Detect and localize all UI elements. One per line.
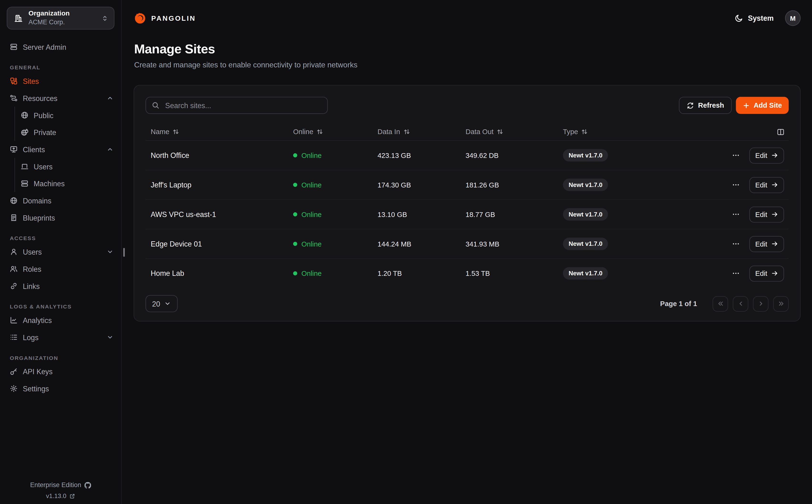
sidebar-subgroup: PublicPrivate	[15, 107, 121, 141]
sidebar-item-api-keys[interactable]: API Keys	[0, 363, 121, 380]
online-dot-icon	[293, 271, 297, 275]
prev-page-button[interactable]	[733, 296, 748, 311]
type-badge: Newt v1.7.0	[563, 267, 608, 280]
row-edit-button[interactable]: Edit	[749, 236, 784, 252]
chevron-right-icon	[757, 300, 764, 307]
row-more-button[interactable]	[731, 268, 741, 278]
sidebar-item-label: Public	[34, 111, 53, 119]
column-header-type[interactable]: Type	[563, 128, 789, 136]
sidebar-item-label: Users	[23, 248, 42, 256]
table-row: North OfficeOnline423.13 GB349.62 DBNewt…	[146, 141, 789, 170]
page-size-select[interactable]: 20	[146, 295, 178, 312]
table-toolbar: Refresh Add Site	[146, 97, 789, 114]
sidebar-item-blueprints[interactable]: Blueprints	[0, 209, 121, 226]
sidebar-footer: Enterprise Edition v1.13.0	[0, 481, 121, 499]
column-header-data-out[interactable]: Data Out	[466, 128, 563, 136]
row-more-button[interactable]	[731, 180, 741, 190]
globe-icon	[10, 197, 18, 205]
ellipsis-icon	[732, 151, 740, 160]
org-switcher-label: Organization	[29, 10, 96, 18]
avatar[interactable]: M	[785, 10, 801, 26]
sidebar-item-label: Links	[23, 282, 40, 290]
chevron-down-icon	[164, 300, 171, 307]
column-header-name[interactable]: Name	[146, 128, 293, 136]
sidebar-item-analytics[interactable]: Analytics	[0, 312, 121, 329]
link-icon	[10, 282, 18, 290]
monitor-up-icon	[10, 146, 18, 153]
site-name-cell: Jeff's Laptop	[146, 181, 293, 189]
row-edit-button[interactable]: Edit	[749, 206, 784, 222]
server-icon	[21, 180, 29, 187]
status-online: Online	[293, 240, 377, 248]
data-in-cell: 13.10 GB	[377, 211, 465, 218]
arrow-up-down-icon	[581, 128, 588, 135]
row-edit-button[interactable]: Edit	[749, 265, 784, 281]
sidebar-item-server-admin[interactable]: Server Admin	[0, 38, 121, 55]
sidebar-section-label: ORGANIZATION	[0, 355, 121, 361]
github-icon[interactable]	[84, 482, 91, 488]
topbar: PANGOLIN System M	[122, 0, 812, 36]
column-header-online[interactable]: Online	[293, 128, 377, 136]
sidebar-item-label: Logs	[23, 333, 39, 342]
arrow-up-down-icon	[403, 128, 410, 135]
site-status-cell: Online	[293, 181, 377, 189]
site-status-cell: Online	[293, 211, 377, 218]
row-edit-button[interactable]: Edit	[749, 177, 784, 193]
add-site-button[interactable]: Add Site	[736, 97, 789, 114]
type-badge: Newt v1.7.0	[563, 238, 608, 250]
site-status-cell: Online	[293, 151, 377, 159]
sidebar-item-label: Private	[34, 128, 56, 136]
search-input[interactable]	[164, 101, 322, 110]
table-row: Jeff's LaptopOnline174.30 GB181.26 GBNew…	[146, 170, 789, 200]
column-header-data-in[interactable]: Data In	[377, 128, 465, 136]
arrow-right-icon	[771, 240, 778, 247]
sidebar-subitem-machines[interactable]: Machines	[15, 175, 121, 192]
site-type-cell: Newt v1.7.0	[563, 208, 721, 221]
sidebar-item-users[interactable]: Users	[0, 243, 121, 261]
sidebar-item-settings[interactable]: Settings	[0, 380, 121, 397]
sidebar-section-label: ACCESS	[0, 235, 121, 241]
row-edit-button[interactable]: Edit	[749, 147, 784, 163]
data-out-cell: 1.53 TB	[466, 269, 563, 277]
row-actions: Edit	[721, 265, 789, 281]
sidebar-item-logs[interactable]: Logs	[0, 329, 121, 346]
next-page-button[interactable]	[753, 296, 768, 311]
edit-label: Edit	[755, 269, 767, 277]
data-out-cell: 341.93 MB	[466, 240, 563, 248]
sidebar-item-resources[interactable]: Resources	[0, 90, 121, 107]
sidebar-item-sites[interactable]: Sites	[0, 72, 121, 90]
row-more-button[interactable]	[731, 239, 741, 249]
theme-toggle[interactable]: System	[735, 14, 774, 22]
sidebar-subitem-users[interactable]: Users	[15, 158, 121, 175]
sidebar-scrollbar-thumb[interactable]	[123, 248, 125, 257]
type-badge: Newt v1.7.0	[563, 149, 608, 161]
app-window: Organization ACME Corp. Server AdminGENE…	[0, 0, 812, 504]
chevron-left-icon	[737, 300, 744, 307]
arrow-right-icon	[771, 211, 778, 218]
chevrons-left-icon	[717, 300, 724, 307]
row-more-button[interactable]	[731, 209, 741, 219]
page-header: Manage Sites Create and manage sites to …	[122, 36, 812, 69]
edit-label: Edit	[755, 151, 767, 159]
column-visibility-button[interactable]	[776, 127, 786, 137]
sidebar-subitem-public[interactable]: Public	[15, 107, 121, 124]
chevron-down-icon	[107, 248, 113, 255]
version-label: v1.13.0	[46, 492, 66, 499]
sidebar-item-links[interactable]: Links	[0, 277, 121, 295]
data-out-cell: 349.62 DB	[466, 151, 563, 159]
last-page-button[interactable]	[773, 296, 789, 311]
row-more-button[interactable]	[731, 150, 741, 160]
refresh-button[interactable]: Refresh	[679, 97, 732, 114]
version-link[interactable]: v1.13.0	[0, 492, 121, 499]
globe-lock-icon	[21, 128, 29, 136]
status-label: Online	[301, 181, 322, 189]
organization-switcher[interactable]: Organization ACME Corp.	[7, 7, 114, 30]
brand-name: PANGOLIN	[151, 14, 196, 22]
sidebar-subitem-private[interactable]: Private	[15, 124, 121, 141]
sidebar-item-clients[interactable]: Clients	[0, 141, 121, 158]
brand[interactable]: PANGOLIN	[134, 12, 196, 24]
site-type-cell: Newt v1.7.0	[563, 179, 721, 191]
sidebar-item-domains[interactable]: Domains	[0, 192, 121, 209]
first-page-button[interactable]	[713, 296, 728, 311]
sidebar-item-roles[interactable]: Roles	[0, 260, 121, 277]
